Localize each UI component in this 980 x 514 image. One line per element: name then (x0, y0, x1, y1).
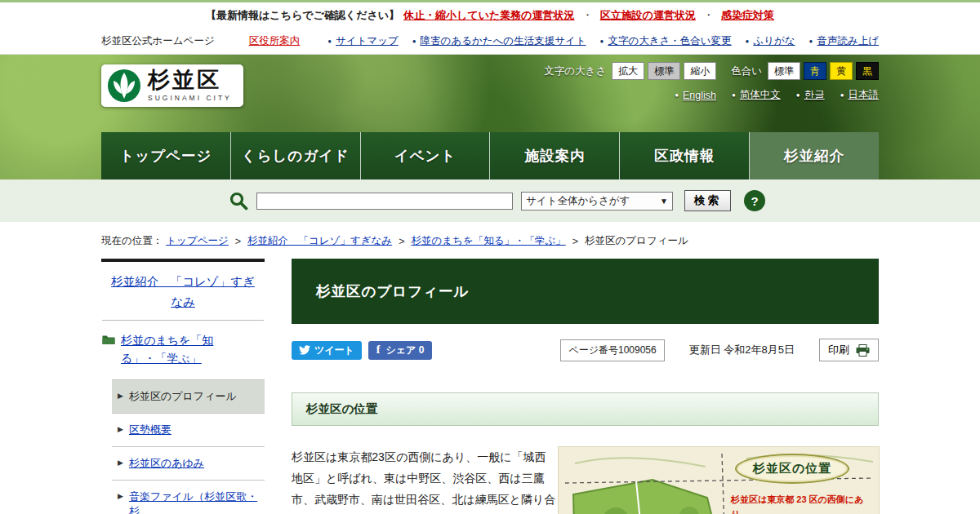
speech-readout-link[interactable]: ●音声読み上げ (809, 34, 879, 48)
notice-link-facilities[interactable]: 区立施設の運営状況 (600, 8, 696, 23)
arrow-right-icon: ▶ (118, 425, 123, 433)
map-title-badge: 杉並区の位置 (735, 454, 849, 484)
bullet-icon: ● (746, 38, 750, 45)
lang-korean-link[interactable]: ●한글 (796, 88, 825, 102)
arrow-right-icon: ▶ (118, 492, 123, 500)
main-content: 杉並区のプロフィール ツイート f シェア 0 ページ番号1009056 更新日… (292, 259, 879, 514)
location-map-image: 杉並区の位置 杉並区は東京都 23 区の西側にあり、 一般に「城西地区」と呼ばれ… (559, 447, 879, 514)
tweet-button[interactable]: ツイート (292, 341, 362, 360)
suginami-emblem-icon (107, 69, 141, 103)
text-size-color-link[interactable]: ●文字の大きさ・色合い変更 (600, 34, 732, 48)
search-icon (229, 191, 248, 210)
facebook-f-icon: f (376, 344, 381, 356)
bullet-icon: ● (600, 38, 604, 45)
separator-dot: ・ (703, 8, 714, 23)
lang-japanese-link[interactable]: ●日本語 (840, 88, 879, 102)
page-title: 杉並区のプロフィール (316, 281, 469, 301)
sidebar-title-link[interactable]: 杉並紹介 「コレゾ」すぎなみ (101, 262, 265, 320)
logo-subtitle: SUGINAMI CITY (148, 94, 232, 102)
nav-facilities[interactable]: 施設案内 (490, 132, 620, 179)
lang-english-link[interactable]: ●English (675, 88, 716, 102)
facebook-share-button[interactable]: f シェア 0 (368, 341, 433, 360)
sidebar: 杉並紹介 「コレゾ」すぎなみ 杉並のまちを「知る」・「学ぶ」 ▶ 杉並区のプロフ… (101, 259, 265, 514)
lang-chinese-link[interactable]: ●简体中文 (732, 88, 781, 102)
sidebar-item-music[interactable]: ▶ 音楽ファイル（杉並区歌・杉 (112, 480, 265, 514)
folder-icon (102, 335, 115, 345)
breadcrumb-label: 現在の位置： (101, 234, 163, 248)
site-logo[interactable]: 杉並区 SUGINAMI CITY (101, 64, 243, 107)
utility-links: ●サイトマップ ●障害のあるかたへの生活支援サイト ●文字の大きさ・色合い変更 … (327, 34, 879, 48)
logo-text: 杉並区 SUGINAMI CITY (148, 69, 232, 102)
color-scheme-label: 色合い (731, 64, 762, 78)
breadcrumb-link-top[interactable]: トップページ (166, 234, 228, 248)
breadcrumb-separator: > (399, 236, 404, 247)
bullet-icon: ● (732, 91, 736, 99)
header-controls: 文字の大きさ 拡大 標準 縮小 色合い 標準 青 黄 黒 ●English ●简… (544, 62, 879, 102)
body-row: 杉並区は東京都23区の西側にあり、一般に「城西地区」と呼ばれ、東は中野区、渋谷区… (292, 447, 879, 514)
sidebar-item-history[interactable]: ▶ 杉並区のあゆみ (112, 446, 265, 480)
color-standard-button[interactable]: 標準 (768, 62, 800, 80)
twitter-bird-icon (299, 345, 310, 355)
color-black-button[interactable]: 黒 (856, 62, 879, 80)
sidebar-submenu: ▶ 杉並区のプロフィール ▶ 区勢概要 ▶ 杉並区のあゆみ ▶ 音楽ファイル（杉… (112, 379, 265, 514)
font-size-label: 文字の大きさ (544, 64, 606, 78)
breadcrumb: 現在の位置： トップページ > 杉並紹介 「コレゾ」すぎなみ > 杉並のまちを「… (101, 234, 879, 248)
search-button[interactable]: 検索 (684, 190, 731, 211)
search-scope-select[interactable]: サイト全体からさがす ▼ (521, 192, 673, 210)
nav-events[interactable]: イベント (361, 132, 491, 179)
print-button[interactable]: 印刷 (819, 339, 879, 361)
printer-icon (856, 344, 870, 357)
search-bar: サイト全体からさがす ▼ 検索 ? (0, 179, 980, 222)
section-heading: 杉並区の位置 (292, 392, 879, 426)
breadcrumb-separator: > (572, 236, 578, 247)
page-number-badge: ページ番号1009056 (560, 339, 664, 361)
bullet-icon: ● (809, 38, 813, 45)
emergency-notice-bar: 【最新情報はこちらでご確認ください】 休止・縮小していた業務の運営状況 ・ 区立… (0, 2, 980, 28)
color-blue-button[interactable]: 青 (804, 62, 826, 80)
nav-government-info[interactable]: 区政情報 (620, 132, 750, 179)
bullet-icon: ● (412, 38, 416, 45)
site-name-label: 杉並区公式ホームページ (101, 34, 215, 48)
nav-suginami-intro[interactable]: 杉並紹介 (750, 132, 879, 179)
bullet-icon: ● (675, 91, 679, 99)
site-header: 杉並区 SUGINAMI CITY 文字の大きさ 拡大 標準 縮小 色合い 標準… (0, 55, 980, 179)
notice-link-infection[interactable]: 感染症対策 (721, 8, 774, 23)
sidebar-item-overview[interactable]: ▶ 区勢概要 (112, 413, 265, 446)
accessibility-site-link[interactable]: ●障害のあるかたへの生活支援サイト (412, 34, 586, 48)
breadcrumb-link-know-learn[interactable]: 杉並のまちを「知る」・「学ぶ」 (411, 234, 565, 248)
breadcrumb-current: 杉並区のプロフィール (585, 234, 688, 248)
map-caption: 杉並区は東京都 23 区の西側にあり、 一般に「城西地区」と呼ばれ、東は 中野区… (731, 493, 879, 514)
search-scope-value: サイト全体からさがす (526, 194, 630, 208)
logo-name: 杉並区 (148, 69, 232, 91)
page-title-banner: 杉並区のプロフィール (292, 259, 879, 324)
notice-label: 【最新情報はこちらでご確認ください】 (206, 8, 399, 23)
notice-link-operations[interactable]: 休止・縮小していた業務の運営状況 (403, 8, 575, 23)
search-input[interactable] (256, 193, 513, 210)
sitemap-link[interactable]: ●サイトマップ (327, 34, 399, 48)
utility-bar: 杉並区公式ホームページ 区役所案内 ●サイトマップ ●障害のあるかたへの生活支援… (0, 28, 980, 55)
sidebar-item-profile[interactable]: ▶ 杉並区のプロフィール (112, 379, 265, 413)
breadcrumb-link-intro[interactable]: 杉並紹介 「コレゾ」すぎなみ (247, 234, 392, 248)
font-size-enlarge-button[interactable]: 拡大 (612, 62, 644, 80)
main-nav: トップページ くらしのガイド イベント 施設案内 区政情報 杉並紹介 (101, 132, 879, 179)
office-guide-link[interactable]: 区役所案内 (249, 34, 301, 48)
help-button[interactable]: ? (744, 190, 765, 211)
updated-date: 更新日 令和2年8月5日 (689, 343, 795, 357)
page-meta: ページ番号1009056 更新日 令和2年8月5日 印刷 (560, 339, 879, 361)
nav-living-guide[interactable]: くらしのガイド (231, 132, 361, 179)
bullet-icon: ● (796, 91, 800, 99)
arrow-right-icon: ▶ (118, 459, 123, 467)
font-size-standard-button[interactable]: 標準 (648, 62, 680, 80)
chevron-down-icon: ▼ (660, 197, 668, 206)
breadcrumb-separator: > (235, 236, 241, 247)
font-size-reduce-button[interactable]: 縮小 (684, 62, 716, 80)
sidebar-parent-link[interactable]: 杉並のまちを「知る」・「学ぶ」 (101, 321, 265, 379)
furigana-link[interactable]: ●ふりがな (746, 34, 795, 48)
body-paragraph: 杉並区は東京都23区の西側にあり、一般に「城西地区」と呼ばれ、東は中野区、渋谷区… (292, 447, 556, 514)
color-yellow-button[interactable]: 黄 (830, 62, 853, 80)
social-meta-row: ツイート f シェア 0 ページ番号1009056 更新日 令和2年8月5日 印… (292, 339, 879, 361)
arrow-right-icon: ▶ (118, 392, 123, 400)
separator-dot: ・ (582, 8, 593, 23)
nav-top-page[interactable]: トップページ (101, 132, 231, 179)
bullet-icon: ● (327, 38, 332, 45)
